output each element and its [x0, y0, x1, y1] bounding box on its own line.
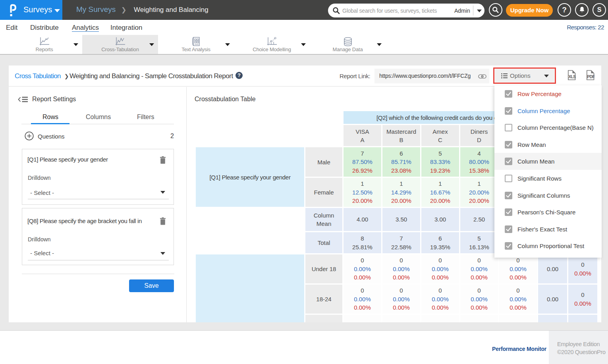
svg-text:XLS: XLS	[569, 75, 576, 79]
svg-text:PDF: PDF	[587, 75, 595, 79]
